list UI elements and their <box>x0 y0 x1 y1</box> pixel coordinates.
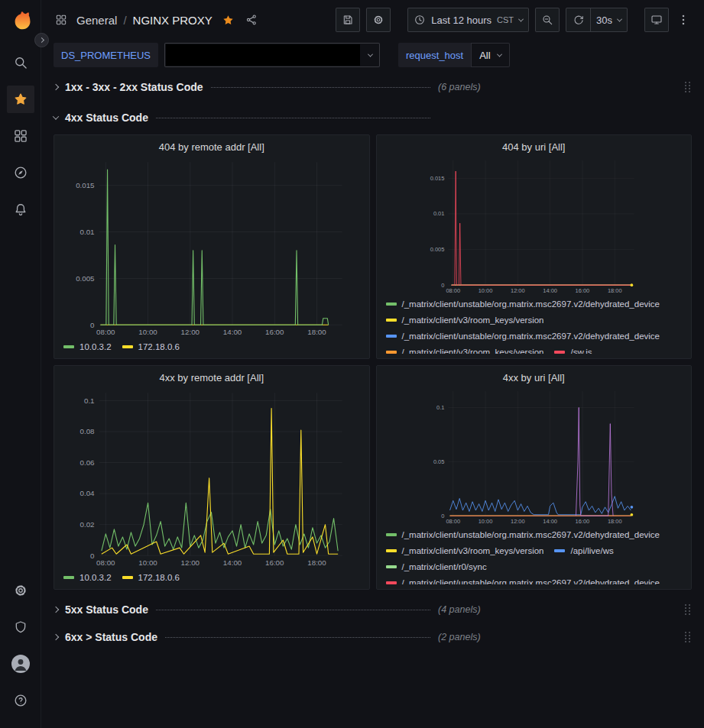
panel-title[interactable]: 404 by remote addr [All] <box>60 138 363 155</box>
x-axis-tick-label: 18:00 <box>607 287 621 294</box>
panel-title[interactable]: 404 by uri [All] <box>383 138 686 155</box>
panel-legend: 10.0.3.2172.18.0.6 <box>60 340 363 354</box>
favorite-star-button[interactable] <box>220 12 236 28</box>
user-avatar <box>11 655 30 673</box>
y-axis-tick-label: 0 <box>441 513 444 519</box>
row-title-wrap: 1xx - 3xx - 2xx Status Code <box>65 81 438 93</box>
user-profile-button[interactable] <box>7 650 34 678</box>
time-series-chart[interactable]: 08:0010:0012:0014:0016:0018:0000.0050.01… <box>383 155 686 295</box>
request-host-select[interactable]: All <box>471 43 509 67</box>
row-title[interactable]: 6xx > Status Code <box>65 631 157 643</box>
legend-item[interactable]: /_matrix/client/v3/room_keys/version <box>386 544 544 558</box>
grafana-logo[interactable] <box>8 8 33 32</box>
breadcrumb-separator: / <box>123 14 126 27</box>
legend-item[interactable]: /_matrix/client/v3/room_keys/version <box>386 313 544 327</box>
redacted-value <box>166 44 360 66</box>
more-options-button[interactable] <box>675 13 692 27</box>
cycle-view-mode-button[interactable] <box>644 8 669 32</box>
explore-button[interactable] <box>7 159 34 186</box>
legend-item[interactable]: /_matrix/client/unstable/org.matrix.msc2… <box>386 576 660 584</box>
legend-item[interactable]: 10.0.3.2 <box>63 571 112 584</box>
row-5xx-status-code[interactable]: 5xx Status Code (4 panels) <box>54 599 692 620</box>
time-series-chart[interactable]: 08:0010:0012:0014:0016:0018:0000.020.040… <box>60 386 363 568</box>
legend-item[interactable]: /_matrix/client/unstable/org.matrix.msc2… <box>386 528 660 542</box>
legend-item[interactable]: /api/live/ws <box>554 544 613 558</box>
legend-item[interactable]: /_matrix/client/v3/room_keys/version <box>386 345 544 354</box>
starred-dashboards-button[interactable] <box>7 86 34 113</box>
panel-4xx-by-uri: 4xx by uri [All] 08:0010:0012:0014:0016:… <box>376 365 693 590</box>
row-4xx-status-code[interactable]: 4xx Status Code <box>54 107 692 128</box>
legend-item[interactable]: 10.0.3.2 <box>63 340 112 354</box>
legend-label: /_matrix/client/unstable/org.matrix.msc2… <box>402 578 660 584</box>
legend-color-marker <box>386 303 397 306</box>
time-zone-label: CST <box>497 15 514 24</box>
legend-label: /sw.js <box>570 348 592 354</box>
row-panel-count: (6 panels) <box>438 82 481 92</box>
y-axis-tick-label: 0.05 <box>433 458 444 465</box>
time-range-label: Last 12 hours <box>431 15 492 26</box>
chevron-right-icon <box>53 84 59 90</box>
x-axis-tick-label: 08:00 <box>446 287 460 294</box>
time-series-chart[interactable]: 08:0010:0012:0014:0016:0018:0000.050.1 <box>383 386 686 526</box>
legend-color-marker <box>122 345 133 348</box>
legend-color-marker <box>63 345 74 348</box>
x-axis-tick-label: 18:00 <box>307 558 326 567</box>
row-title[interactable]: 4xx Status Code <box>65 112 148 124</box>
row-title-wrap: 4xx Status Code <box>65 112 438 124</box>
panel-title[interactable]: 4xx by remote addr [All] <box>60 369 363 386</box>
dashboard-settings-button[interactable] <box>366 8 391 32</box>
row-drag-handle[interactable] <box>685 82 690 93</box>
save-dashboard-button[interactable] <box>336 8 360 32</box>
row-6xx-status-code[interactable]: 6xx > Status Code (2 panels) <box>54 626 692 648</box>
row-drag-handle[interactable] <box>685 632 690 643</box>
time-range-picker[interactable]: Last 12 hours CST <box>407 8 529 32</box>
refresh-interval-dropdown[interactable]: 30s <box>590 8 628 32</box>
share-icon <box>245 14 258 26</box>
help-button[interactable] <box>7 687 34 714</box>
gear-icon <box>372 14 384 26</box>
y-axis-tick-label: 0.01 <box>433 210 444 217</box>
chart-area: 08:0010:0012:0014:0016:0018:0000.0050.01… <box>60 155 363 338</box>
zoom-out-time-button[interactable] <box>535 8 560 32</box>
legend-item[interactable]: /sw.js <box>554 345 592 354</box>
legend-item[interactable]: 172.18.0.6 <box>122 571 180 584</box>
panel-legend: /_matrix/client/unstable/org.matrix.msc2… <box>383 528 686 584</box>
search-button[interactable] <box>7 49 34 76</box>
series-line <box>451 171 631 285</box>
alerting-button[interactable] <box>7 196 34 223</box>
legend-color-marker <box>386 581 397 584</box>
row-title-wrap: 6xx > Status Code <box>65 631 438 643</box>
star-filled-icon <box>222 14 235 27</box>
save-icon <box>342 14 354 26</box>
sidebar-expand-button[interactable] <box>34 33 49 47</box>
legend-item[interactable]: /_matrix/client/unstable/org.matrix.msc2… <box>386 297 660 311</box>
x-axis-tick-label: 16:00 <box>575 287 589 294</box>
legend-item[interactable]: /_matrix/client/r0/sync <box>386 560 487 574</box>
legend-item[interactable]: /_matrix/client/unstable/org.matrix.msc2… <box>386 329 660 343</box>
breadcrumb-section[interactable]: General <box>76 14 117 27</box>
row-title[interactable]: 1xx - 3xx - 2xx Status Code <box>65 81 203 93</box>
compass-icon <box>13 165 28 180</box>
monitor-icon <box>650 14 663 26</box>
dashboards-button[interactable] <box>7 122 34 150</box>
refresh-button[interactable] <box>566 8 590 32</box>
gear-icon <box>13 583 28 598</box>
panel-title[interactable]: 4xx by uri [All] <box>383 369 686 386</box>
share-dashboard-button[interactable] <box>244 12 259 28</box>
legend-color-marker <box>386 549 397 552</box>
x-axis-tick-label: 08:00 <box>446 518 460 525</box>
x-axis-tick-label: 12:00 <box>511 518 525 525</box>
variable-label-datasource[interactable]: DS_PROMETHEUS <box>54 43 158 67</box>
server-admin-button[interactable] <box>7 613 34 641</box>
row-title[interactable]: 5xx Status Code <box>65 603 148 616</box>
time-series-chart[interactable]: 08:0010:0012:0014:0016:0018:0000.0050.01… <box>60 155 363 338</box>
datasource-select[interactable] <box>164 43 380 67</box>
configuration-button[interactable] <box>7 577 34 604</box>
row-drag-handle[interactable] <box>685 604 690 616</box>
legend-label: /_matrix/client/unstable/org.matrix.msc2… <box>402 530 660 539</box>
dashboard-title: NGINX PROXY <box>133 14 212 27</box>
legend-item[interactable]: 172.18.0.6 <box>122 340 180 354</box>
y-axis-tick-label: 0.06 <box>80 458 95 467</box>
row-1xx-3xx-2xx-status-code[interactable]: 1xx - 3xx - 2xx Status Code (6 panels) <box>54 76 692 98</box>
variable-label-request-host[interactable]: request_host <box>398 43 471 67</box>
